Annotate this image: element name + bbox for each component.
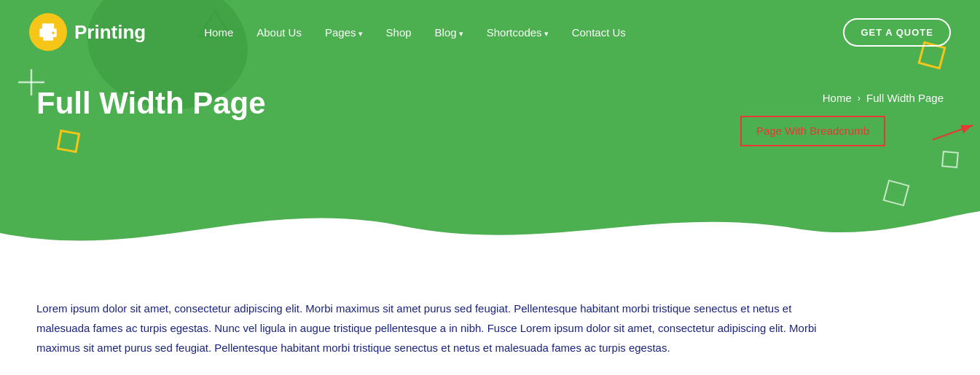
page-title: Full Width Page [36, 86, 266, 121]
wave-decoration [0, 189, 980, 262]
annotation-area: Page With Breadcrumb [740, 116, 929, 146]
yellow-square-title [57, 130, 80, 153]
hero-content: Full Width Page Home › Full Width Page P… [0, 64, 980, 151]
breadcrumb-home[interactable]: Home [823, 92, 852, 104]
nav-about[interactable]: About Us [256, 26, 302, 39]
printer-icon [38, 22, 58, 42]
white-square-right [941, 151, 959, 168]
svg-point-6 [52, 31, 55, 33]
nav-shortcodes[interactable]: Shortcodes [487, 26, 549, 39]
nav-home[interactable]: Home [204, 26, 233, 39]
annotation-box: Page With Breadcrumb [740, 116, 885, 146]
logo-area[interactable]: Printing [29, 13, 146, 51]
svg-rect-5 [43, 33, 53, 40]
breadcrumb-separator: › [858, 92, 861, 103]
nav-shop[interactable]: Shop [386, 26, 412, 39]
body-text: Lorem ipsum dolor sit amet, consectetur … [36, 299, 838, 358]
nav-blog[interactable]: Blog [435, 26, 463, 39]
logo-text: Printing [74, 21, 146, 44]
hero-section: Printing Home About Us Pages Shop Blog S… [0, 0, 980, 262]
navbar: Printing Home About Us Pages Shop Blog S… [0, 0, 980, 64]
get-quote-button[interactable]: GET A QUOTE [843, 18, 951, 47]
logo-icon [29, 13, 67, 51]
nav-links: Home About Us Pages Shop Blog Shortcodes… [204, 26, 843, 39]
right-hero-area: Home › Full Width Page Page With Breadcr… [740, 92, 944, 146]
annotation-arrow [929, 122, 980, 146]
page-title-area: Full Width Page [36, 86, 266, 151]
nav-contact[interactable]: Contact Us [572, 26, 626, 39]
svg-line-8 [933, 125, 973, 140]
annotation-label: Page With Breadcrumb [756, 125, 869, 137]
text-section: Lorem ipsum dolor sit amet, consectetur … [0, 262, 874, 375]
nav-pages[interactable]: Pages [325, 26, 363, 39]
breadcrumb: Home › Full Width Page [823, 92, 944, 104]
breadcrumb-current: Full Width Page [866, 92, 944, 104]
